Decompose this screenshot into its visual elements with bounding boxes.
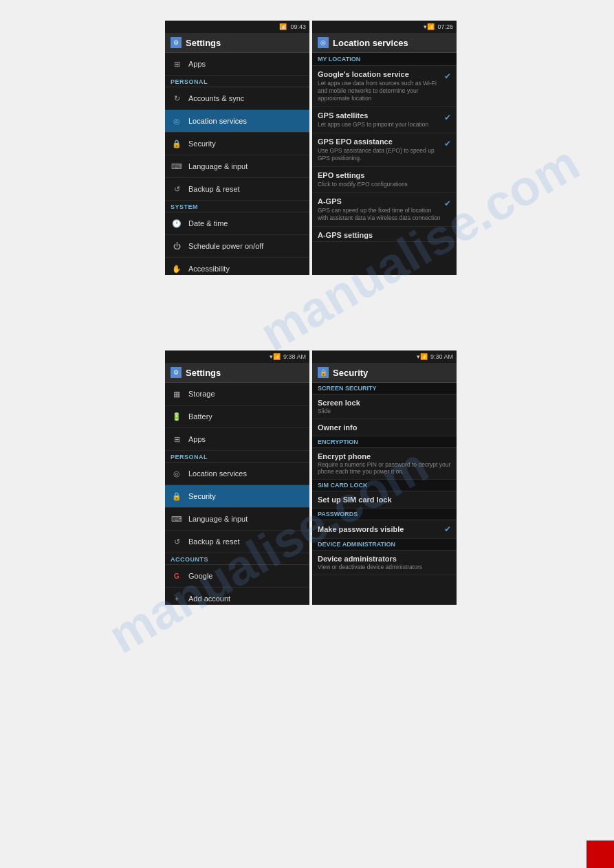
top-right-title: Location services bbox=[333, 38, 408, 48]
bl-apps-icon: ⊞ bbox=[171, 433, 183, 445]
menu-item-accounts-sync[interactable]: ↻ Accounts & sync bbox=[165, 87, 309, 110]
sec-item-sim-lock[interactable]: Set up SIM card lock bbox=[312, 491, 457, 509]
security-label: Security bbox=[188, 140, 216, 148]
loc-item-agps-settings[interactable]: A-GPS settings bbox=[312, 227, 457, 242]
br-time: 9:30 AM bbox=[430, 353, 453, 360]
accounts-sync-label: Accounts & sync bbox=[188, 94, 244, 102]
loc-item-gps-title: GPS satellites bbox=[318, 111, 441, 120]
loc-item-gps-content: GPS satellites Let apps use GPS to pinpo… bbox=[318, 111, 444, 129]
loc-item-agps-settings-content: A-GPS settings bbox=[318, 231, 451, 241]
loc-item-epo[interactable]: GPS EPO assistance Use GPS assistance da… bbox=[312, 133, 457, 167]
menu-item-security[interactable]: 🔒 Security bbox=[165, 133, 309, 155]
br-title: Security bbox=[333, 368, 368, 378]
sec-item-passwords-visible[interactable]: Make passwords visible ✔ bbox=[312, 520, 457, 539]
bl-status-icons: ▾📶 9:38 AM bbox=[270, 353, 306, 360]
bl-menu-item-apps[interactable]: ⊞ Apps bbox=[165, 428, 309, 451]
loc-item-epo-content: GPS EPO assistance Use GPS assistance da… bbox=[318, 137, 444, 162]
bl-menu-item-security-active[interactable]: 🔒 Security bbox=[165, 485, 309, 508]
top-right-title-bar: ◎ Location services bbox=[312, 33, 457, 53]
loc-item-google[interactable]: Google's location service Let apps use d… bbox=[312, 66, 457, 107]
bl-location-label: Location services bbox=[188, 469, 247, 478]
bl-time: 9:38 AM bbox=[283, 353, 306, 360]
tr-signal-icon: ▾📶 bbox=[424, 23, 435, 30]
bl-language-label: Language & input bbox=[188, 515, 248, 523]
apps-icon: ⊞ bbox=[171, 58, 183, 70]
bl-menu-item-google[interactable]: G Google bbox=[165, 565, 309, 588]
loc-item-epo-settings-content: EPO settings Click to modify EPO configu… bbox=[318, 171, 451, 188]
location-services-label: Location services bbox=[188, 117, 247, 125]
bl-menu-item-storage[interactable]: ▦ Storage bbox=[165, 383, 309, 405]
top-left-title-bar: ⚙ Settings bbox=[165, 33, 309, 53]
menu-item-location-services-active[interactable]: ◎ Location services bbox=[165, 110, 309, 133]
lock-icon: 🔒 bbox=[171, 137, 183, 150]
br-status-icons: ▾📶 9:30 AM bbox=[417, 353, 453, 360]
add-icon: + bbox=[171, 592, 183, 605]
bl-menu-item-location[interactable]: ◎ Location services bbox=[165, 463, 309, 485]
sec-item-encrypt-phone[interactable]: Encrypt phone Require a numeric PIN or p… bbox=[312, 448, 457, 480]
schedule-power-label: Schedule power on/off bbox=[188, 242, 263, 250]
system-section-header: SYSTEM bbox=[165, 201, 309, 212]
bottom-right-screen: ▾📶 9:30 AM 🔒 Security SCREEN SECURITY Sc… bbox=[312, 350, 457, 605]
apps-label: Apps bbox=[188, 60, 206, 68]
loc-item-epo-settings[interactable]: EPO settings Click to modify EPO configu… bbox=[312, 167, 457, 193]
loc-item-gps[interactable]: GPS satellites Let apps use GPS to pinpo… bbox=[312, 107, 457, 133]
location-icon: ◎ bbox=[171, 115, 183, 127]
loc-item-epo-title: GPS EPO assistance bbox=[318, 137, 441, 146]
tr-time: 07:26 bbox=[437, 23, 453, 30]
screen-lock-title: Screen lock bbox=[318, 399, 451, 407]
loc-item-agps[interactable]: A-GPS GPS can speed up the fixed time of… bbox=[312, 193, 457, 227]
menu-item-date-time[interactable]: 🕐 Date & time bbox=[165, 212, 309, 235]
bl-menu-item-battery[interactable]: 🔋 Battery bbox=[165, 405, 309, 428]
menu-item-schedule-power[interactable]: ⏻ Schedule power on/off bbox=[165, 235, 309, 258]
bl-security-label: Security bbox=[188, 492, 216, 500]
encryption-header: ENCRYPTION bbox=[312, 436, 457, 448]
sync-icon: ↻ bbox=[171, 92, 183, 104]
screen-lock-sub: Slide bbox=[318, 408, 451, 414]
bl-settings-icon: ⚙ bbox=[171, 367, 182, 378]
loc-item-epo-check: ✔ bbox=[444, 139, 451, 148]
loc-item-google-check: ✔ bbox=[444, 71, 451, 81]
bl-menu-item-language[interactable]: ⌨ Language & input bbox=[165, 508, 309, 531]
sec-item-device-admins[interactable]: Device administrators View or deactivate… bbox=[312, 550, 457, 575]
loc-item-gps-desc: Let apps use GPS to pinpoint your locati… bbox=[318, 121, 441, 129]
bl-apps-label: Apps bbox=[188, 435, 206, 443]
storage-icon: ▦ bbox=[171, 388, 183, 400]
menu-item-language-input[interactable]: ⌨ Language & input bbox=[165, 155, 309, 178]
bl-menu-item-backup[interactable]: ↺ Backup & reset bbox=[165, 531, 309, 553]
menu-item-accessibility[interactable]: ✋ Accessibility bbox=[165, 258, 309, 275]
accessibility-label: Accessibility bbox=[188, 265, 230, 273]
storage-label: Storage bbox=[188, 390, 215, 398]
menu-item-apps[interactable]: ⊞ Apps bbox=[165, 53, 309, 76]
page-container: manualise.com manualise.com 📶 09:43 ⚙ Se… bbox=[0, 0, 614, 868]
top-left-title: Settings bbox=[186, 38, 221, 48]
device-admins-sub: View or deactivate device administrators bbox=[318, 564, 451, 570]
br-signal-icon: ▾📶 bbox=[417, 353, 428, 360]
bl-wifi-icon: ▾📶 bbox=[270, 353, 281, 360]
language-input-label: Language & input bbox=[188, 162, 248, 170]
top-right-screen: ▾📶 07:26 ◎ Location services MY LOCATION… bbox=[312, 21, 457, 275]
screen-security-header: SCREEN SECURITY bbox=[312, 383, 457, 394]
personal-section-header: PERSONAL bbox=[165, 76, 309, 87]
bl-menu-item-add-account[interactable]: + Add account bbox=[165, 588, 309, 605]
device-admins-title: Device administrators bbox=[318, 555, 451, 563]
accessibility-icon: ✋ bbox=[171, 263, 183, 275]
loc-item-google-title: Google's location service bbox=[318, 70, 441, 78]
sec-item-owner-info[interactable]: Owner info bbox=[312, 419, 457, 436]
bl-location-icon: ◎ bbox=[171, 467, 183, 480]
menu-item-backup-reset[interactable]: ↺ Backup & reset bbox=[165, 178, 309, 201]
bottom-left-screen: ▾📶 9:38 AM ⚙ Settings ▦ Storage 🔋 Batter… bbox=[165, 350, 309, 605]
backup-icon: ↺ bbox=[171, 183, 183, 195]
battery-icon: 🔋 bbox=[171, 410, 183, 423]
tr-status-icons: ▾📶 07:26 bbox=[424, 23, 453, 30]
loc-item-agps-desc: GPS can speed up the fixed time of locat… bbox=[318, 207, 441, 222]
bl-add-account-label: Add account bbox=[188, 594, 230, 603]
settings-icon: ⚙ bbox=[171, 37, 182, 48]
loc-item-agps-check: ✔ bbox=[444, 199, 451, 208]
sec-item-screen-lock[interactable]: Screen lock Slide bbox=[312, 394, 457, 419]
date-time-label: Date & time bbox=[188, 219, 228, 227]
owner-info-title: Owner info bbox=[318, 423, 451, 432]
passwords-visible-check: ✔ bbox=[444, 524, 451, 534]
keyboard-icon: ⌨ bbox=[171, 160, 183, 173]
loc-item-agps-settings-title: A-GPS settings bbox=[318, 231, 448, 239]
sim-card-lock-header: SIM CARD LOCK bbox=[312, 480, 457, 491]
